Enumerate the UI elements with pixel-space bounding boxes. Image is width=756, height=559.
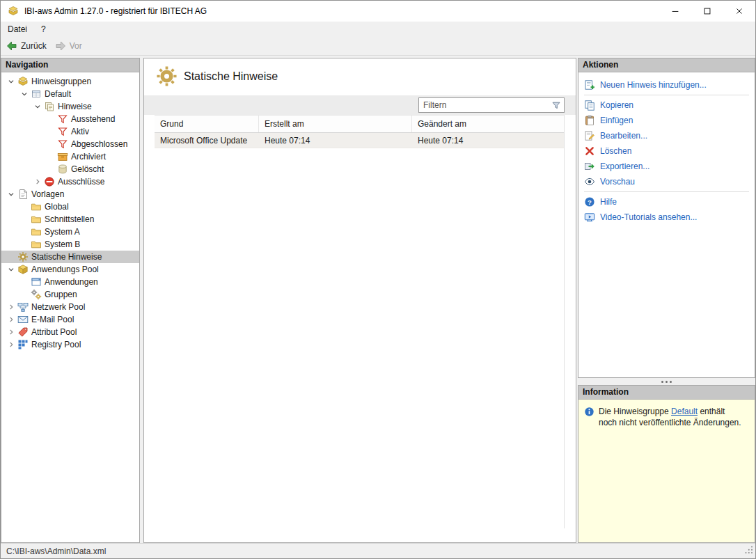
minimize-button[interactable] bbox=[659, 1, 691, 22]
tree-item-label: Aktiv bbox=[71, 127, 89, 136]
back-arrow-icon bbox=[6, 40, 17, 52]
tree-item-label: Netzwerk Pool bbox=[31, 302, 85, 312]
menu-item-datei[interactable]: Datei bbox=[1, 22, 34, 37]
tree-item-label: System A bbox=[45, 227, 80, 237]
edit-icon bbox=[584, 130, 595, 141]
action-copy[interactable]: Kopieren bbox=[578, 97, 755, 113]
cell-grund: Microsoft Office Update bbox=[155, 133, 259, 148]
action-add-hint[interactable]: Neuen Hinweis hinzufügen... bbox=[578, 77, 755, 93]
grid-icon bbox=[31, 88, 42, 100]
status-file-path: C:\IBI-aws\Admin\Data.xml bbox=[6, 546, 106, 556]
filter-bar bbox=[144, 95, 576, 115]
menu-item-help[interactable]: ? bbox=[34, 22, 53, 37]
chevron-right-icon[interactable] bbox=[6, 314, 17, 325]
copy-icon bbox=[584, 100, 595, 111]
close-icon bbox=[734, 6, 744, 16]
tree-item-ausschluesse[interactable]: Ausschlüsse bbox=[1, 175, 139, 188]
action-help[interactable]: Hilfe bbox=[578, 194, 755, 210]
tree-item-hinweise[interactable]: Hinweise bbox=[1, 100, 139, 113]
tree-item-system-b[interactable]: System B bbox=[1, 238, 139, 251]
chevron-right-icon[interactable] bbox=[6, 326, 17, 338]
tree-indent-spacer bbox=[19, 276, 30, 288]
tree-indent-spacer bbox=[45, 151, 56, 162]
chevron-down-icon[interactable] bbox=[6, 76, 17, 87]
chevron-down-icon[interactable] bbox=[6, 189, 17, 200]
action-paste[interactable]: Einfügen bbox=[578, 113, 755, 128]
folder-icon bbox=[31, 226, 42, 237]
tree-item-label: Ausstehend bbox=[71, 114, 115, 124]
tree-item-schnittstellen[interactable]: Schnittstellen bbox=[1, 213, 139, 226]
table-row[interactable]: Microsoft Office Update Heute 07:14 Heut… bbox=[155, 133, 564, 148]
tree-item-gruppen[interactable]: Gruppen bbox=[1, 288, 139, 301]
close-button[interactable] bbox=[723, 1, 755, 22]
forward-button[interactable]: Vor bbox=[55, 40, 82, 52]
tree-item-email-pool[interactable]: E-Mail Pool bbox=[1, 313, 139, 326]
hints-table: Grund Erstellt am Geändert am Microsoft … bbox=[155, 115, 565, 528]
tree-item-vorlagen[interactable]: Vorlagen bbox=[1, 188, 139, 200]
tree-item-ausstehend[interactable]: Ausstehend bbox=[1, 113, 139, 125]
tree-item-label: Ausschlüsse bbox=[58, 177, 104, 187]
tree-item-system-a[interactable]: System A bbox=[1, 226, 139, 238]
tree-item-aktiv[interactable]: Aktiv bbox=[1, 125, 139, 138]
tree-item-global[interactable]: Global bbox=[1, 200, 139, 213]
chevron-right-icon[interactable] bbox=[6, 339, 17, 350]
information-message: Die Hinweisgruppe Default enthält noch n… bbox=[599, 406, 742, 428]
action-video-tutorials[interactable]: Video-Tutorials ansehen... bbox=[578, 210, 755, 225]
tree-item-archiviert[interactable]: Archiviert bbox=[1, 150, 139, 163]
filter-box bbox=[418, 97, 565, 113]
status-bar: C:\IBI-aws\Admin\Data.xml bbox=[1, 543, 755, 558]
maximize-button[interactable] bbox=[691, 1, 723, 22]
filter-funnel-icon[interactable] bbox=[551, 100, 562, 111]
hint-group-link[interactable]: Default bbox=[671, 407, 698, 416]
action-delete[interactable]: Löschen bbox=[578, 143, 755, 159]
filter-funnel-icon bbox=[57, 113, 68, 125]
chevron-down-icon[interactable] bbox=[32, 101, 43, 112]
action-preview[interactable]: Vorschau bbox=[578, 174, 755, 189]
tree-item-registry-pool[interactable]: Registry Pool bbox=[1, 338, 139, 351]
tree-item-geloescht[interactable]: Gelöscht bbox=[1, 163, 139, 175]
filter-funnel-icon bbox=[57, 126, 68, 137]
tree-item-statische-hinweise[interactable]: Statische Hinweise bbox=[1, 251, 139, 263]
tree-item-abgeschlossen[interactable]: Abgeschlossen bbox=[1, 138, 139, 150]
filter-input[interactable] bbox=[419, 100, 551, 110]
tree-item-label: Schnittstellen bbox=[45, 214, 94, 224]
cell-erstellt-am: Heute 07:14 bbox=[259, 133, 412, 148]
resize-grip[interactable] bbox=[744, 545, 753, 556]
window-title: IBI-aws Admin 1.27.0 - registriert für I… bbox=[24, 6, 207, 16]
tree-item-netzwerk-pool[interactable]: Netzwerk Pool bbox=[1, 301, 139, 313]
tree-indent-spacer bbox=[45, 139, 56, 150]
trash-roll-icon bbox=[57, 164, 68, 175]
navigation-tree: Hinweisgruppen Default Hinweise Ausstehe… bbox=[1, 72, 139, 542]
chevron-right-icon[interactable] bbox=[6, 301, 17, 313]
column-header-erstellt-am[interactable]: Erstellt am bbox=[259, 116, 412, 132]
eye-icon bbox=[584, 176, 595, 187]
tree-item-label: Attribut Pool bbox=[31, 327, 77, 337]
tree-item-anwendungen[interactable]: Anwendungen bbox=[1, 276, 139, 288]
back-button[interactable]: Zurück bbox=[6, 40, 47, 52]
mail-icon bbox=[17, 314, 29, 325]
action-label: Kopieren bbox=[600, 100, 633, 110]
help-icon bbox=[584, 196, 595, 207]
action-edit[interactable]: Bearbeiten... bbox=[578, 128, 755, 143]
chevron-right-icon[interactable] bbox=[32, 176, 43, 187]
tree-item-attribut-pool[interactable]: Attribut Pool bbox=[1, 326, 139, 338]
tree-item-default[interactable]: Default bbox=[1, 88, 139, 100]
action-export[interactable]: Exportieren... bbox=[578, 159, 755, 174]
actions-separator bbox=[584, 191, 749, 192]
action-label: Exportieren... bbox=[600, 162, 649, 171]
forward-button-label: Vor bbox=[70, 41, 82, 51]
tree-indent-spacer bbox=[45, 126, 56, 137]
folder-icon bbox=[31, 239, 42, 250]
tree-item-label: Anwendungs Pool bbox=[31, 265, 99, 274]
column-header-geaendert-am[interactable]: Geändert am bbox=[412, 116, 564, 132]
navigation-panel-header: Navigation bbox=[1, 58, 139, 72]
tree-item-label: E-Mail Pool bbox=[31, 315, 74, 324]
right-column: Aktionen Neuen Hinweis hinzufügen... Kop… bbox=[578, 58, 755, 543]
tree-item-hinweisgruppen[interactable]: Hinweisgruppen bbox=[1, 75, 139, 88]
tree-item-label: Default bbox=[45, 89, 71, 99]
column-header-grund[interactable]: Grund bbox=[155, 116, 259, 132]
panel-splitter-handle[interactable] bbox=[578, 378, 755, 385]
chevron-down-icon[interactable] bbox=[6, 264, 17, 275]
chevron-down-icon[interactable] bbox=[19, 88, 30, 100]
tree-item-anwendungs-pool[interactable]: Anwendungs Pool bbox=[1, 263, 139, 276]
